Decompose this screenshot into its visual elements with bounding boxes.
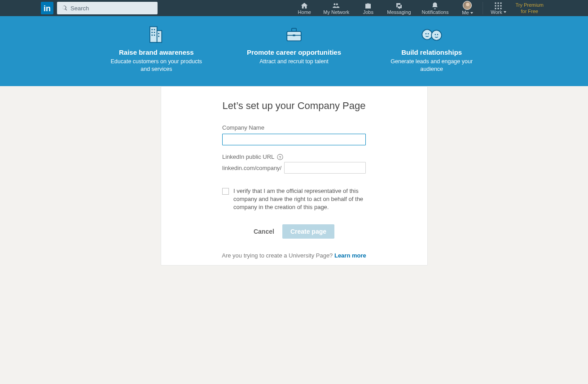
hero-brand: Raise brand awareness Educate customers … xyxy=(88,25,225,73)
nav-messaging-label: Messaging xyxy=(387,10,411,15)
svg-point-27 xyxy=(434,34,436,35)
svg-rect-6 xyxy=(495,8,496,9)
hero-relationships-desc: Generate leads and engage your audience xyxy=(385,58,479,73)
try-premium-link[interactable]: Try Premium for Free xyxy=(512,2,547,15)
nav-jobs[interactable]: Jobs xyxy=(355,0,382,16)
nav-messaging[interactable]: Messaging xyxy=(382,0,416,16)
svg-point-24 xyxy=(431,30,442,40)
url-slug-input[interactable] xyxy=(284,162,366,174)
create-page-button[interactable]: Create page xyxy=(282,224,334,239)
footer-question: Are you trying to create a University Pa… xyxy=(222,252,334,259)
svg-point-26 xyxy=(428,33,429,35)
nav-network[interactable]: My Network xyxy=(318,0,355,16)
svg-rect-7 xyxy=(498,8,499,9)
nav-jobs-label: Jobs xyxy=(363,10,373,15)
linkedin-logo[interactable]: in xyxy=(41,2,53,14)
company-page-setup-card: Let’s set up your Company Page Company N… xyxy=(161,86,428,266)
svg-text:?: ? xyxy=(279,155,281,159)
cancel-button[interactable]: Cancel xyxy=(254,228,274,235)
verify-checkbox[interactable] xyxy=(222,188,229,195)
svg-rect-12 xyxy=(154,29,155,31)
card-footer: Are you trying to create a University Pa… xyxy=(161,252,427,265)
nav-notifications-label: Notifications xyxy=(422,10,449,15)
svg-rect-4 xyxy=(498,5,499,6)
chevron-down-icon xyxy=(504,11,506,13)
hero-brand-desc: Educate customers on your products and s… xyxy=(109,58,203,73)
premium-line1: Try Premium xyxy=(515,2,544,8)
nav-home-label: Home xyxy=(298,10,311,15)
nav-work[interactable]: Work xyxy=(485,0,512,16)
hero-career-desc: Attract and recruit top talent xyxy=(259,58,329,65)
svg-rect-22 xyxy=(293,35,295,36)
svg-rect-9 xyxy=(150,27,157,43)
help-icon[interactable]: ? xyxy=(277,154,283,160)
svg-rect-15 xyxy=(152,35,153,36)
svg-rect-18 xyxy=(158,36,160,37)
svg-point-23 xyxy=(422,30,432,40)
premium-line2: for Free xyxy=(515,8,544,14)
nav-me-label: Me xyxy=(462,10,469,15)
avatar xyxy=(463,1,472,10)
hero-relationships: Build relationships Generate leads and e… xyxy=(363,25,500,73)
nav-home[interactable]: Home xyxy=(291,0,318,16)
verify-text: I verify that I am the official represen… xyxy=(233,187,366,212)
svg-rect-1 xyxy=(498,2,499,4)
svg-rect-11 xyxy=(152,29,153,31)
company-name-input[interactable] xyxy=(222,134,366,145)
messaging-icon xyxy=(395,2,404,10)
svg-point-25 xyxy=(425,33,426,35)
hero-brand-title: Raise brand awareness xyxy=(119,48,194,56)
nav-work-label: Work xyxy=(491,10,502,15)
nav-me[interactable]: Me xyxy=(454,0,481,16)
briefcase-icon xyxy=(364,2,373,10)
url-label: LinkedIn public URL xyxy=(222,153,274,160)
card-title: Let’s set up your Company Page xyxy=(161,100,427,112)
svg-rect-3 xyxy=(495,5,496,6)
learn-more-link[interactable]: Learn more xyxy=(334,252,366,259)
briefcase-large-icon xyxy=(285,25,303,44)
company-name-label: Company Name xyxy=(222,124,366,131)
svg-rect-13 xyxy=(152,32,153,33)
hero-relationships-title: Build relationships xyxy=(401,48,462,56)
svg-rect-8 xyxy=(500,8,502,9)
hero-career: Promote career opportunities Attract and… xyxy=(225,25,363,73)
svg-rect-14 xyxy=(154,32,155,33)
svg-rect-0 xyxy=(495,2,496,4)
nav-notifications[interactable]: Notifications xyxy=(417,0,454,16)
url-prefix: linkedin.com/company/ xyxy=(222,165,281,171)
svg-rect-5 xyxy=(500,5,502,6)
search-input[interactable] xyxy=(57,2,158,14)
svg-point-28 xyxy=(437,34,438,35)
home-icon xyxy=(300,2,309,10)
building-icon xyxy=(147,25,166,44)
svg-rect-16 xyxy=(154,35,155,36)
nav-divider xyxy=(483,2,483,14)
apps-grid-icon xyxy=(494,2,502,10)
top-nav: in Home My Network Jobs Messaging xyxy=(0,0,588,16)
search-icon xyxy=(61,5,68,11)
hero-career-title: Promote career opportunities xyxy=(247,48,341,56)
svg-rect-20 xyxy=(292,28,297,31)
svg-rect-17 xyxy=(158,33,160,35)
hero-banner: Raise brand awareness Educate customers … xyxy=(0,16,588,95)
bell-icon xyxy=(431,2,439,10)
chevron-down-icon xyxy=(470,12,473,14)
svg-rect-2 xyxy=(500,2,502,4)
people-icon xyxy=(420,25,443,44)
network-icon xyxy=(331,2,341,10)
nav-network-label: My Network xyxy=(323,10,349,15)
